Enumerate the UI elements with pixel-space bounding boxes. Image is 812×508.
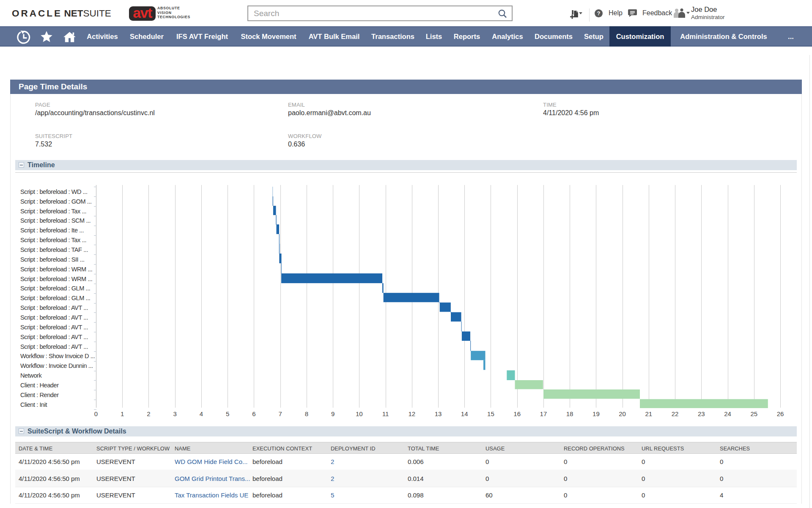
svg-text:10: 10: [356, 410, 363, 417]
svg-text:25: 25: [750, 410, 757, 417]
svg-text:Client : Header: Client : Header: [20, 382, 59, 389]
svg-text:18: 18: [566, 410, 573, 417]
svg-text:17: 17: [540, 410, 547, 417]
svg-text:4: 4: [200, 410, 203, 417]
svg-text:13: 13: [435, 410, 442, 417]
svg-text:14: 14: [461, 410, 468, 417]
svg-text:Script : beforeload : WRM ...: Script : beforeload : WRM ...: [20, 266, 92, 273]
svg-text:9: 9: [331, 410, 335, 417]
svg-text:Workflow : Invoice Dunnin ...: Workflow : Invoice Dunnin ...: [20, 362, 93, 369]
svg-text:21: 21: [645, 410, 652, 417]
svg-text:?: ?: [597, 10, 601, 17]
svg-text:Network: Network: [20, 372, 42, 379]
svg-text:Script : beforeload : AVT ...: Script : beforeload : AVT ...: [20, 314, 88, 321]
svg-text:Script : beforeload : SII ...: Script : beforeload : SII ...: [20, 256, 85, 263]
svg-text:Script : beforeload : AVT ...: Script : beforeload : AVT ...: [20, 343, 88, 350]
svg-text:23: 23: [698, 410, 705, 417]
svg-text:20: 20: [619, 410, 626, 417]
svg-text:22: 22: [672, 410, 679, 417]
svg-text:5: 5: [226, 410, 229, 417]
svg-text:Client : Render: Client : Render: [20, 392, 59, 398]
svg-text:24: 24: [724, 410, 731, 417]
svg-text:Script : beforeload : AVT ...: Script : beforeload : AVT ...: [20, 304, 88, 311]
svg-text:Script : beforeload : AVT ...: Script : beforeload : AVT ...: [20, 324, 88, 331]
svg-text:Script : beforeload : Tax ...: Script : beforeload : Tax ...: [20, 208, 86, 215]
svg-text:Script : beforeload : AVT ...: Script : beforeload : AVT ...: [20, 334, 88, 340]
svg-text:1: 1: [121, 410, 124, 417]
svg-text:Workflow : Show Invoice D ...: Workflow : Show Invoice D ...: [20, 353, 95, 359]
svg-text:Script : beforeload : GOM ...: Script : beforeload : GOM ...: [20, 198, 92, 205]
svg-text:Script : beforeload : WRM ...: Script : beforeload : WRM ...: [20, 276, 92, 282]
svg-text:Script : beforeload : WD ...: Script : beforeload : WD ...: [20, 188, 88, 195]
svg-text:3: 3: [173, 410, 177, 417]
svg-text:16: 16: [513, 410, 521, 417]
svg-text:0: 0: [94, 410, 98, 417]
svg-text:Script : beforeload : GLM ...: Script : beforeload : GLM ...: [20, 285, 90, 292]
svg-text:8: 8: [305, 410, 308, 417]
svg-text:6: 6: [252, 410, 255, 417]
svg-text:2: 2: [147, 410, 150, 417]
svg-text:15: 15: [487, 410, 494, 417]
svg-text:12: 12: [408, 410, 415, 417]
svg-text:11: 11: [382, 410, 389, 417]
svg-text:Script : beforeload : GLM ...: Script : beforeload : GLM ...: [20, 295, 90, 301]
svg-text:Client : Init: Client : Init: [20, 401, 47, 408]
svg-text:7: 7: [278, 410, 282, 417]
svg-text:19: 19: [593, 410, 600, 417]
svg-text:Script : beforeload : Tax ...: Script : beforeload : Tax ...: [20, 237, 86, 243]
svg-text:26: 26: [777, 410, 784, 417]
svg-text:Script : beforeload : SCM ...: Script : beforeload : SCM ...: [20, 217, 91, 224]
svg-text:Script : beforeload : Ite ...: Script : beforeload : Ite ...: [20, 227, 84, 234]
svg-text:Script : beforeload : TAF ...: Script : beforeload : TAF ...: [20, 246, 88, 253]
